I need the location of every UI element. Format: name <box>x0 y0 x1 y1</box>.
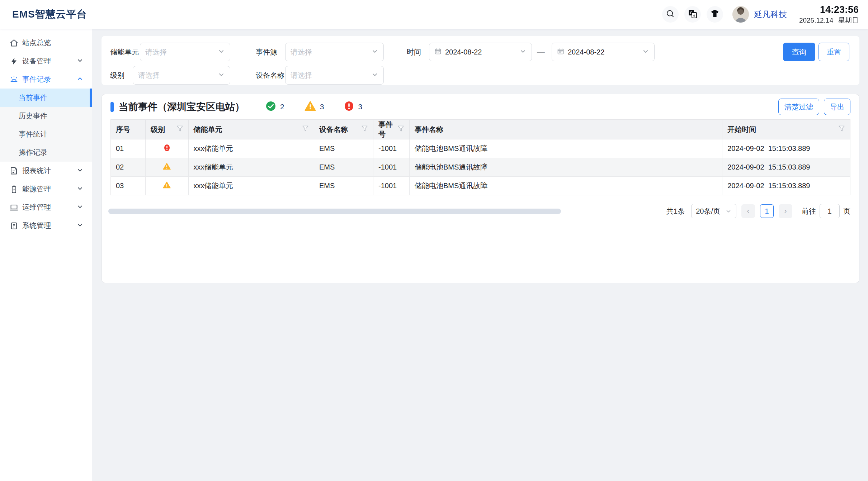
user-avatar[interactable] <box>732 6 749 23</box>
translate-button[interactable]: G文 <box>684 6 701 23</box>
sidebar-item-system-management[interactable]: 系统管理 <box>0 216 92 235</box>
cell-event-no: -1001 <box>373 177 409 195</box>
success-count: 2 <box>280 103 284 111</box>
filter-funnel-icon[interactable] <box>397 125 404 134</box>
column-header-unit: 储能单元 <box>188 120 314 139</box>
error-count: 3 <box>358 103 362 111</box>
chevron-down-icon <box>218 48 225 56</box>
battery-icon <box>9 184 19 194</box>
cell-event-name: 储能电池BMS通讯故障 <box>410 139 722 158</box>
source-filter-label: 事件源 <box>256 47 277 57</box>
table-footer: 共1条 20条/页 ‹ 1 › 前往 页 <box>102 195 859 218</box>
cell-start-time: 2024-09-02 15:15:03.889 <box>722 158 850 177</box>
monitor-icon <box>9 203 19 212</box>
search-button[interactable]: 查询 <box>783 43 815 61</box>
device-select[interactable]: 请选择 <box>285 66 384 85</box>
chevron-down-icon <box>519 48 527 56</box>
filter-funnel-icon[interactable] <box>302 125 309 134</box>
sidebar-item-site-overview[interactable]: 站点总览 <box>0 34 92 52</box>
warning-count: 3 <box>320 103 324 111</box>
alarm-icon <box>9 75 19 84</box>
table-row[interactable]: 01 xxx储能单元 EMS -1001 储能电池BMS通讯故障 2024-09… <box>111 139 850 158</box>
sidebar-item-report-statistics[interactable]: 报表统计 <box>0 162 92 180</box>
error-badge: 3 <box>344 101 362 113</box>
pagination-total: 共1条 <box>666 206 685 216</box>
current-page[interactable]: 1 <box>760 204 774 218</box>
cell-device: EMS <box>314 139 373 158</box>
sidebar-subitem-history-events[interactable]: 历史事件 <box>0 107 92 125</box>
cell-serial: 01 <box>111 139 146 158</box>
filter-funnel-icon[interactable] <box>176 125 183 134</box>
translate-icon: G文 <box>688 9 698 20</box>
next-page-button[interactable]: › <box>779 204 792 218</box>
level-warning-icon <box>163 182 171 190</box>
reset-button[interactable]: 重置 <box>819 43 849 61</box>
events-table: 序号 级别 储能单元 设备名称 事件号 事件名称 开始时间 01 xxx储能单元… <box>110 119 850 195</box>
level-warning-icon <box>163 163 171 171</box>
sidebar-item-operation-maintenance[interactable]: 运维管理 <box>0 198 92 216</box>
level-error-icon <box>164 145 170 153</box>
company-name[interactable]: 延凡科技 <box>754 9 787 20</box>
source-select[interactable]: 请选择 <box>285 43 384 61</box>
clear-filter-button[interactable]: 清楚过滤 <box>778 99 819 115</box>
cell-level <box>145 158 188 177</box>
sidebar-item-label: 事件记录 <box>22 75 51 84</box>
chevron-down-icon <box>218 71 225 80</box>
chevron-down-icon <box>76 166 84 175</box>
theme-button[interactable] <box>707 6 723 23</box>
clock-date: 2025.12.14 <box>799 16 833 24</box>
sidebar-item-energy-management[interactable]: 能源管理 <box>0 180 92 198</box>
warning-icon <box>305 101 316 113</box>
filter-funnel-icon[interactable] <box>838 125 845 134</box>
sidebar-item-device-management[interactable]: 设备管理 <box>0 52 92 70</box>
cell-unit: xxx储能单元 <box>188 139 314 158</box>
clock-weekday: 星期日 <box>838 16 859 24</box>
unit-select-placeholder: 请选择 <box>145 47 167 57</box>
sidebar-item-event-records[interactable]: 事件记录 <box>0 70 92 89</box>
table-row[interactable]: 02 xxx储能单元 EMS -1001 储能电池BMS通讯故障 2024-09… <box>111 158 850 177</box>
time-block: 14:23:56 2025.12.14星期日 <box>799 4 859 24</box>
error-icon <box>344 101 354 113</box>
success-icon <box>265 101 276 113</box>
search-button[interactable] <box>662 6 679 23</box>
table-header-row: 序号 级别 储能单元 设备名称 事件号 事件名称 开始时间 <box>111 120 850 139</box>
export-button[interactable]: 导出 <box>824 99 850 115</box>
cell-event-no: -1001 <box>373 139 409 158</box>
chevron-down-icon <box>76 203 84 212</box>
sidebar-subitem-operation-records[interactable]: 操作记录 <box>0 143 92 162</box>
date-range-separator: — <box>537 48 545 57</box>
device-select-placeholder: 请选择 <box>291 71 312 80</box>
search-icon <box>666 9 675 20</box>
app-title: EMS智慧云平台 <box>12 8 87 21</box>
cell-serial: 02 <box>111 158 146 177</box>
sidebar-item-label: 系统管理 <box>22 221 51 230</box>
date-end-input[interactable]: 2024-08-22 <box>552 43 655 61</box>
sidebar-subitem-label: 当前事件 <box>19 93 47 103</box>
warning-badge: 3 <box>305 101 324 113</box>
column-header-event-no: 事件号 <box>373 120 409 139</box>
calendar-icon <box>434 48 442 56</box>
active-indicator-bar <box>90 89 92 107</box>
horizontal-scrollbar[interactable] <box>108 209 561 214</box>
time-filter-label: 时间 <box>407 47 421 57</box>
chevron-down-icon <box>371 71 378 80</box>
sidebar-subitem-current-events[interactable]: 当前事件 <box>0 89 92 107</box>
prev-page-button[interactable]: ‹ <box>741 204 755 218</box>
goto-page-input[interactable] <box>820 204 840 218</box>
level-select-placeholder: 请选择 <box>138 71 160 80</box>
date-start-input[interactable]: 2024-08-22 <box>429 43 532 61</box>
level-select[interactable]: 请选择 <box>133 66 230 85</box>
report-icon <box>9 166 19 176</box>
filter-funnel-icon[interactable] <box>361 125 368 134</box>
cell-level <box>145 177 188 195</box>
date-start-value: 2024-08-22 <box>445 48 482 56</box>
chevron-down-icon <box>725 208 732 214</box>
unit-select[interactable]: 请选择 <box>140 43 230 61</box>
chevron-down-icon <box>76 57 84 66</box>
page-size-select[interactable]: 20条/页 <box>691 204 736 218</box>
cell-level <box>145 139 188 158</box>
table-row[interactable]: 03 xxx储能单元 EMS -1001 储能电池BMS通讯故障 2024-09… <box>111 177 850 195</box>
sidebar-subitem-event-statistics[interactable]: 事件统计 <box>0 125 92 143</box>
date-end-value: 2024-08-22 <box>568 48 604 56</box>
title-accent-bar <box>110 102 114 112</box>
